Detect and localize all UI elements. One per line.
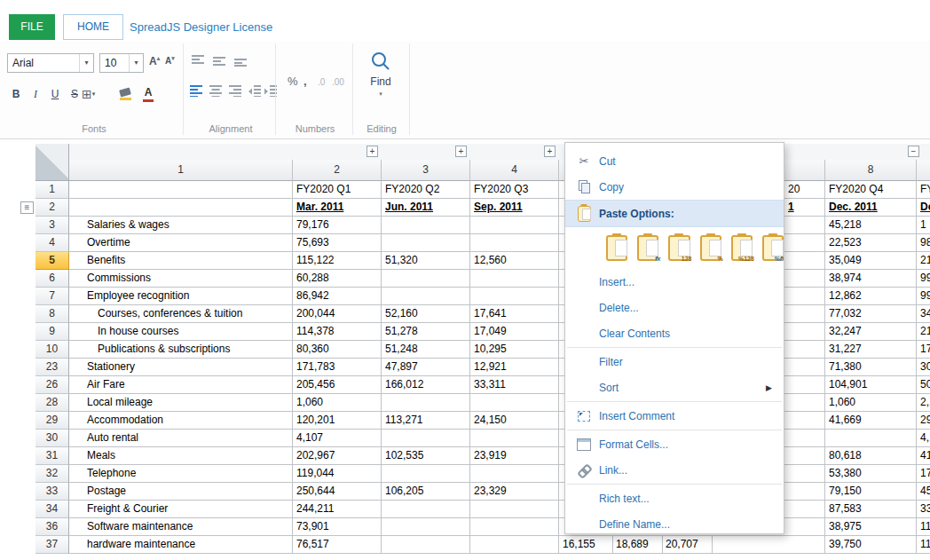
grid-cell[interactable]: Jun. 2011: [382, 199, 470, 217]
grid-cell[interactable]: 10,295: [470, 341, 559, 359]
grid-cell[interactable]: [470, 270, 559, 288]
grid-cell[interactable]: 12,560: [470, 252, 559, 270]
grid-cell[interactable]: 41,669: [825, 412, 917, 430]
grid-cell[interactable]: Publications & subscriptions: [69, 341, 293, 359]
menu-item-format-cells[interactable]: Format Cells...: [565, 431, 784, 457]
row-header-7[interactable]: 7: [35, 288, 69, 305]
row-header-32[interactable]: 32: [35, 465, 69, 483]
grid-cell[interactable]: FY2020 Q3: [470, 181, 559, 199]
grid-cell[interactable]: 52,160: [382, 305, 470, 323]
grid-cell[interactable]: 106,205: [382, 483, 470, 501]
row-header-34[interactable]: 34: [35, 501, 69, 518]
grid-cell[interactable]: 33: [917, 501, 930, 518]
column-header-2[interactable]: 2: [293, 160, 382, 181]
grid-cell[interactable]: 35,049: [825, 252, 917, 270]
grid-cell[interactable]: 79,150: [825, 483, 917, 501]
align-middle-icon[interactable]: [213, 55, 226, 67]
grid-cell[interactable]: 21: [917, 252, 930, 270]
menu-item-link[interactable]: Link...: [565, 457, 784, 483]
grid-cell[interactable]: 1,060: [825, 394, 917, 412]
grid-cell[interactable]: 16,155: [559, 536, 609, 554]
grid-cell[interactable]: 33,311: [470, 376, 559, 394]
decrease-decimal-button[interactable]: .0: [318, 77, 325, 87]
grid-cell[interactable]: [825, 430, 917, 447]
grid-cell[interactable]: Stationery: [69, 359, 293, 376]
grid-cell[interactable]: [382, 288, 470, 305]
align-bottom-icon[interactable]: [234, 55, 248, 67]
grid-cell[interactable]: 24,150: [470, 412, 559, 430]
row-header-33[interactable]: 33: [35, 483, 69, 501]
grid-cell[interactable]: 119,044: [293, 465, 382, 483]
grid-cell[interactable]: In house courses: [69, 323, 293, 341]
paste-option-values-formatting-button[interactable]: %123: [731, 235, 753, 261]
row-header-2[interactable]: 2: [35, 199, 69, 217]
grid-cell[interactable]: [382, 270, 470, 288]
italic-button[interactable]: I: [27, 85, 44, 103]
group-expand-button[interactable]: +: [366, 146, 378, 157]
grid-cell[interactable]: 21: [917, 323, 930, 341]
grid-cell[interactable]: 12,862: [825, 288, 917, 305]
grid-cell[interactable]: 1: [784, 199, 825, 217]
align-right-icon[interactable]: [229, 85, 242, 97]
grid-cell[interactable]: 11: [917, 518, 930, 536]
grid-cell[interactable]: [382, 217, 470, 234]
grid-cell[interactable]: 11: [917, 536, 930, 554]
paste-option-formulas-button[interactable]: fx: [637, 235, 658, 261]
grid-cell[interactable]: Software maintenance: [69, 518, 293, 536]
grid-cell[interactable]: Accommodation: [69, 412, 293, 430]
row-header-1[interactable]: 1: [35, 181, 69, 199]
increase-font-button[interactable]: A▴: [149, 55, 160, 67]
column-header-4[interactable]: 4: [470, 160, 559, 181]
row-group-toggle-button[interactable]: ≡: [20, 201, 34, 214]
grid-cell[interactable]: [382, 430, 470, 447]
group-expand-button[interactable]: +: [455, 146, 467, 157]
grid-cell[interactable]: 12,921: [470, 359, 559, 376]
group-expand-button[interactable]: +: [544, 146, 556, 157]
grid-cell[interactable]: Employee recognition: [69, 288, 293, 305]
column-header-3[interactable]: 3: [382, 160, 470, 181]
grid-cell[interactable]: [382, 518, 470, 536]
grid-cell[interactable]: 76,517: [293, 536, 382, 554]
percent-style-button[interactable]: %: [288, 75, 298, 88]
menu-item-copy[interactable]: Copy: [565, 174, 784, 200]
grid-cell[interactable]: Overtime: [69, 234, 293, 252]
menu-item-rich-text[interactable]: Rich text...: [565, 485, 784, 511]
menu-item-define-name[interactable]: Define Name...: [565, 511, 784, 534]
tab-home[interactable]: HOME: [63, 14, 123, 40]
grid-cell[interactable]: 79,176: [293, 217, 382, 234]
decrease-indent-icon[interactable]: [248, 85, 262, 97]
grid-cell[interactable]: 17,049: [470, 323, 559, 341]
grid-cell[interactable]: FY2020 Q1: [293, 181, 382, 199]
grid-cell[interactable]: Dec. 2011: [825, 199, 917, 217]
grid-cell[interactable]: 20: [784, 181, 825, 199]
grid-cell[interactable]: 38,974: [825, 270, 917, 288]
row-header-3[interactable]: 3: [35, 217, 69, 234]
grid-cell[interactable]: FY2020 Q4: [825, 181, 917, 199]
grid-cell[interactable]: 113,271: [382, 412, 470, 430]
grid-cell[interactable]: Postage: [69, 483, 293, 501]
paste-option-all-button[interactable]: [606, 235, 627, 261]
grid-cell[interactable]: 51,278: [382, 323, 470, 341]
row-header-26[interactable]: 26: [35, 376, 69, 394]
grid-cell[interactable]: [470, 234, 559, 252]
grid-cell[interactable]: 115,122: [293, 252, 382, 270]
row-header-31[interactable]: 31: [35, 447, 69, 465]
row-header-4[interactable]: 4: [35, 234, 69, 252]
grid-cell[interactable]: FY2020 Q2: [382, 181, 470, 199]
grid-cell[interactable]: [69, 181, 293, 199]
row-header-28[interactable]: 28: [35, 394, 69, 412]
grid-cell[interactable]: 23,919: [470, 447, 559, 465]
grid-cell[interactable]: 34: [917, 305, 930, 323]
font-name-select[interactable]: Arial ▾: [7, 53, 94, 73]
row-header-10[interactable]: 10: [35, 341, 69, 359]
bold-button[interactable]: B: [7, 85, 25, 103]
grid-cell[interactable]: [382, 234, 470, 252]
row-header-30[interactable]: 30: [35, 430, 69, 447]
grid-cell[interactable]: [470, 430, 559, 447]
grid-cell[interactable]: [470, 394, 559, 412]
grid-cell[interactable]: Freight & Courier: [69, 501, 293, 518]
grid-cell[interactable]: 1,060: [293, 394, 382, 412]
grid-cell[interactable]: Air Fare: [69, 376, 293, 394]
grid-cell[interactable]: Commissions: [69, 270, 293, 288]
grid-cell[interactable]: 102,535: [382, 447, 470, 465]
